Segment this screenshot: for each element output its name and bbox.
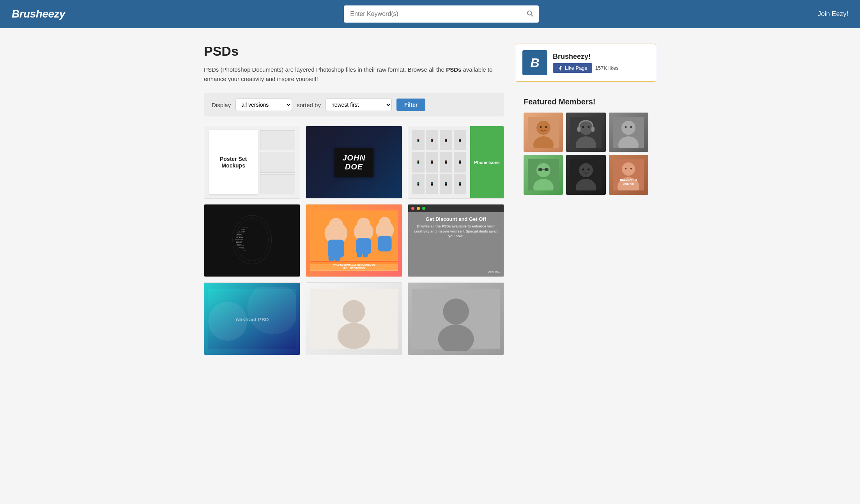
svg-text:Abstract PSD: Abstract PSD (235, 317, 269, 322)
fb-widget: B Brusheezy! Like Page 157K likes (516, 44, 656, 82)
left-column: PSDs PSDs (Photoshop Documents) are laye… (204, 44, 504, 355)
page-description: PSDs (Photoshop Documents) are layered P… (204, 65, 504, 84)
fb-like-button[interactable]: Like Page (553, 63, 592, 73)
svg-text:HY PSD ART: HY PSD ART (239, 231, 245, 232)
member-avatar[interactable] (524, 155, 563, 194)
portrait-svg (412, 287, 500, 351)
member-avatar[interactable] (524, 113, 563, 152)
fb-like-row: Like Page 157K likes (553, 63, 649, 73)
avatar-image (566, 155, 605, 194)
main-content: PSDs PSDs (Photoshop Documents) are laye… (196, 28, 664, 371)
fb-icon (557, 65, 563, 71)
search-bar (344, 5, 539, 23)
face-svg: PHOTOSHOP TYPOGRAP HY PSD ART FACE DESIG… (208, 208, 296, 273)
member-avatar[interactable]: HELENАРTН ONE H2! (609, 155, 648, 194)
svg-point-34 (379, 217, 391, 229)
logo[interactable]: Brusheezy (12, 8, 65, 20)
svg-point-24 (329, 218, 343, 232)
svg-text:PHOTOSHOP: PHOTOSHOP (239, 247, 244, 248)
svg-text:FACE DESIGN: FACE DESIGN (237, 233, 244, 234)
display-select[interactable]: all versions free only premium only (235, 99, 292, 111)
item-thumbnail: JOHNDOE (306, 126, 402, 198)
svg-point-52 (540, 126, 541, 128)
member-avatar[interactable] (609, 113, 648, 152)
svg-text:TYPOGRAPHY: TYPOGRAPHY (236, 242, 242, 243)
svg-text:DESIGN TEXT: DESIGN TEXT (236, 241, 242, 242)
psd-grid: Poster SetMockups JOHNDOE (204, 126, 504, 355)
svg-rect-35 (378, 236, 392, 251)
svg-text:HELENАРTН: HELENАРTН (620, 178, 637, 181)
svg-text:PHOTOSHOP: PHOTOSHOP (242, 227, 248, 229)
grid-item[interactable]: PROFESSIONALLY RENDERED IN HIGH DEFINITI… (306, 204, 402, 277)
member-avatar[interactable] (566, 113, 605, 152)
svg-point-57 (582, 126, 584, 128)
svg-text:FACE DESIGN: FACE DESIGN (237, 245, 244, 247)
svg-text:TYPOGRAPHY: TYPOGRAPHY (236, 236, 242, 237)
grid-item[interactable]: Abstract PSD (204, 282, 300, 355)
svg-point-29 (357, 218, 370, 231)
avatar-image: HELENАРTН ONE H2! (609, 155, 648, 194)
featured-members-title: Featured Members! (524, 97, 648, 106)
filter-bar: Display all versions free only premium o… (204, 93, 504, 116)
display-label: Display (212, 102, 231, 108)
header: Brusheezy Join Eezy! (0, 0, 860, 28)
item-thumbnail: Get Discount and Get Off Browse all the … (408, 204, 504, 277)
fb-likes-count: 157K likes (595, 65, 619, 71)
fb-logo: B (522, 50, 547, 75)
svg-point-82 (625, 168, 626, 169)
grid-item[interactable] (306, 282, 402, 355)
grid-item[interactable]: JOHNDOE (306, 126, 402, 199)
sorted-by-label: sorted by (297, 102, 321, 108)
svg-text:PROFESSIONALLY RENDERED IN: PROFESSIONALLY RENDERED IN (333, 263, 375, 266)
svg-text:ONE H2!: ONE H2! (623, 182, 634, 185)
member-avatar[interactable] (566, 155, 605, 194)
grid-item[interactable]: 📱 📱 📱 📱 📱 📱 📱 📱 📱 📱 📱 📱 (408, 126, 504, 199)
search-button[interactable] (521, 10, 539, 19)
svg-point-83 (630, 168, 632, 169)
grid-item[interactable]: Poster SetMockups (204, 126, 300, 199)
item-thumbnail: PHOTOSHOP TYPOGRAP HY PSD ART FACE DESIG… (204, 204, 300, 277)
fb-info: Brusheezy! Like Page 157K likes (553, 53, 649, 73)
svg-point-64 (625, 126, 627, 128)
svg-point-58 (587, 126, 589, 128)
svg-rect-31 (357, 250, 362, 257)
item-thumbnail (408, 283, 504, 355)
svg-rect-60 (591, 127, 595, 132)
sort-select[interactable]: newest first oldest first most popular m… (326, 99, 392, 111)
join-link[interactable]: Join Eezy! (818, 10, 848, 18)
svg-text:BRUSHEEZY: BRUSHEEZY (237, 244, 242, 245)
svg-point-45 (338, 323, 370, 349)
avatar-image (609, 113, 648, 152)
svg-point-44 (343, 300, 365, 323)
item-thumbnail: Poster SetMockups (204, 126, 300, 198)
item-thumbnail: Abstract PSD (204, 283, 300, 355)
item-thumbnail (306, 283, 402, 355)
svg-text:ART PSD: ART PSD (241, 248, 245, 250)
svg-rect-26 (329, 253, 334, 261)
members-grid: HELENАРTН ONE H2! (524, 113, 648, 195)
svg-line-1 (531, 14, 533, 16)
svg-point-50 (536, 121, 550, 135)
featured-members: Featured Members! (516, 90, 656, 203)
svg-point-65 (630, 126, 632, 128)
grid-item[interactable]: Get Discount and Get Off Browse all the … (408, 204, 504, 277)
photo-svg (310, 287, 398, 351)
svg-rect-71 (538, 168, 542, 171)
svg-point-47 (443, 298, 469, 324)
item-thumbnail: 📱 📱 📱 📱 📱 📱 📱 📱 📱 📱 📱 📱 (408, 126, 504, 198)
svg-text:TYPO: TYPO (243, 250, 246, 252)
svg-point-78 (587, 169, 589, 171)
svg-point-77 (582, 169, 584, 171)
filter-button[interactable]: Filter (396, 99, 425, 111)
item-thumbnail: PROFESSIONALLY RENDERED IN HIGH DEFINITI… (306, 204, 402, 277)
svg-point-75 (579, 163, 593, 177)
grid-item[interactable]: PHOTOSHOP TYPOGRAP HY PSD ART FACE DESIG… (204, 204, 300, 277)
svg-text:PHOTOSHOP DOC: PHOTOSHOP DOC (235, 239, 243, 240)
cartoon-svg: PROFESSIONALLY RENDERED IN HIGH DEFINITI… (310, 208, 398, 273)
search-input[interactable] (344, 11, 521, 18)
abstract-svg: Abstract PSD (208, 287, 296, 351)
svg-point-80 (622, 162, 635, 176)
grid-item[interactable] (408, 282, 504, 355)
svg-text:HIGH DEFINITION: HIGH DEFINITION (343, 267, 365, 270)
svg-point-62 (621, 121, 635, 135)
